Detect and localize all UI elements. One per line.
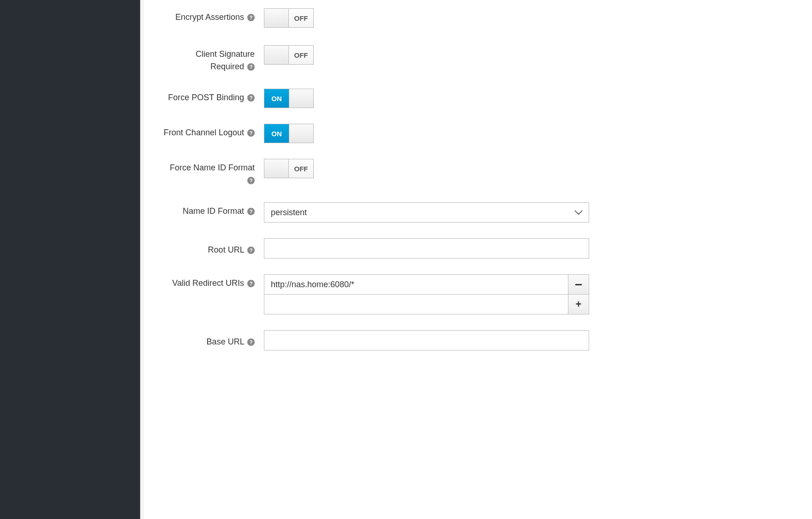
client-signature-required-toggle[interactable]: OFF	[264, 45, 314, 65]
help-icon[interactable]: ?	[247, 177, 255, 184]
force-name-id-format-toggle[interactable]: OFF	[264, 159, 314, 178]
base-url-input[interactable]	[264, 330, 589, 350]
help-icon[interactable]: ?	[247, 247, 255, 254]
front-channel-logout-label: Front Channel Logout ?	[162, 124, 264, 139]
help-icon[interactable]: ?	[247, 280, 255, 287]
plus-icon: +	[576, 299, 582, 309]
minus-icon	[575, 284, 582, 285]
remove-redirect-uri-button[interactable]	[568, 274, 589, 295]
sidebar	[0, 0, 140, 519]
help-icon[interactable]: ?	[247, 338, 255, 346]
base-url-label: Base URL ?	[162, 330, 264, 348]
help-icon[interactable]: ?	[247, 129, 255, 137]
root-url-input[interactable]	[264, 238, 589, 259]
name-id-format-label: Name ID Format ?	[162, 202, 264, 217]
valid-redirect-uris-label: Valid Redirect URIs ?	[162, 274, 264, 290]
form-content: Encrypt Assertions ? OFF Client Signatur…	[144, 0, 812, 519]
encrypt-assertions-label: Encrypt Assertions ?	[162, 8, 264, 24]
add-redirect-uri-button[interactable]: +	[568, 294, 589, 314]
front-channel-logout-toggle[interactable]: ON	[264, 124, 314, 143]
valid-redirect-uri-input[interactable]	[264, 274, 568, 295]
scrollbar-edge	[140, 0, 144, 519]
force-post-binding-label: Force POST Binding ?	[162, 89, 264, 104]
name-id-format-select[interactable]: persistent	[264, 202, 589, 223]
force-post-binding-toggle[interactable]: ON	[264, 89, 314, 108]
encrypt-assertions-toggle[interactable]: OFF	[264, 8, 314, 28]
root-url-label: Root URL ?	[162, 238, 264, 256]
client-signature-required-label: Client Signature Required ?	[162, 45, 264, 73]
help-icon[interactable]: ?	[247, 63, 255, 71]
force-name-id-format-label: Force Name ID Format ?	[162, 159, 264, 187]
help-icon[interactable]: ?	[247, 94, 255, 102]
help-icon[interactable]: ?	[247, 208, 255, 215]
valid-redirect-uri-new-input[interactable]	[264, 294, 568, 314]
help-icon[interactable]: ?	[247, 14, 255, 21]
